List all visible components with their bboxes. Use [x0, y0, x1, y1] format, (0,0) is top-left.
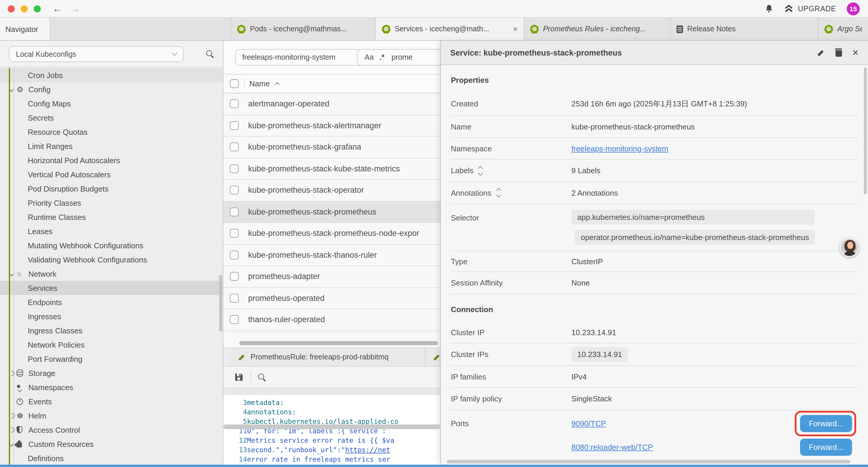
profile-badge[interactable]: 15: [847, 2, 860, 15]
close-icon[interactable]: [852, 47, 859, 58]
sidebar-search-icon[interactable]: [206, 50, 214, 58]
regex-toggle[interactable]: .*: [380, 53, 385, 61]
tree-chevron-icon[interactable]: [8, 427, 17, 433]
sidebar-item[interactable]: Pod Disruption Budgets: [0, 181, 223, 196]
yaml-editor[interactable]: 3 metadata: 4 annotations: 5 kubectl.kub…: [223, 395, 441, 465]
sidebar-item[interactable]: Custom Resources: [0, 437, 223, 451]
sidebar-item[interactable]: Leases: [0, 224, 223, 238]
row-checkbox[interactable]: [230, 229, 239, 238]
tree-chevron-icon[interactable]: [8, 271, 17, 276]
sidebar-item[interactable]: Network: [0, 267, 223, 281]
sidebar-item[interactable]: Secrets: [0, 111, 223, 125]
window-zoom-button[interactable]: [34, 5, 41, 12]
table-row[interactable]: kube-prometheus-stack-grafana: [223, 137, 441, 158]
row-checkbox[interactable]: [230, 315, 239, 324]
sidebar-item[interactable]: Validating Webhook Configurations: [0, 253, 223, 267]
sidebar-item[interactable]: Runtime Classes: [0, 210, 223, 224]
table-row[interactable]: prometheus-adapter: [223, 266, 441, 288]
port-link[interactable]: 9090/TCP: [571, 419, 606, 428]
row-checkbox[interactable]: [230, 272, 239, 281]
sidebar-item[interactable]: Storage: [0, 366, 223, 380]
drawer-vertical-scrollbar[interactable]: [864, 67, 867, 195]
upgrade-button[interactable]: UPGRADE: [784, 4, 836, 13]
sidebar-item[interactable]: Ingresses: [0, 309, 223, 323]
sidebar-item[interactable]: Ingress Classes: [0, 323, 223, 338]
row-checkbox[interactable]: [230, 207, 239, 216]
editor-tab[interactable]: C: [426, 348, 441, 366]
window-close-button[interactable]: [8, 5, 15, 12]
edit-icon[interactable]: [817, 49, 825, 57]
sidebar-item[interactable]: Config: [0, 82, 223, 96]
sidebar-item[interactable]: Resource Quotas: [0, 125, 223, 139]
sidebar-item[interactable]: Cron Jobs: [0, 68, 223, 82]
assistant-avatar[interactable]: [840, 238, 859, 257]
expand-collapse-icon[interactable]: [479, 167, 483, 175]
port-link[interactable]: 8080:reloader-web/TCP: [571, 442, 653, 451]
sidebar-item[interactable]: Endpoints: [0, 295, 223, 309]
row-checkbox[interactable]: [230, 143, 239, 152]
row-checkbox[interactable]: [230, 164, 239, 173]
tree-chevron-icon[interactable]: [8, 86, 17, 92]
notifications-bell-icon[interactable]: [765, 4, 774, 13]
sidebar-item[interactable]: Access Control: [0, 423, 223, 437]
sidebar-item[interactable]: Mutating Webhook Configurations: [0, 238, 223, 253]
table-row[interactable]: prometheus-operated: [223, 288, 441, 309]
forward-button[interactable]: Forward...: [800, 438, 852, 456]
table-horizontal-scrollbar[interactable]: [239, 341, 438, 345]
tab[interactable]: Prometheus Rules - icecheng...: [524, 18, 671, 40]
sidebar-item[interactable]: Config Maps: [0, 96, 223, 111]
sidebar-item[interactable]: Port Forwarding: [0, 352, 223, 366]
editor-tab[interactable]: PrometheusRule: freeleaps-prod-rabbitmq: [230, 348, 426, 366]
table-row[interactable]: kube-prometheus-stack-prometheus: [223, 201, 441, 223]
select-all-checkbox[interactable]: [230, 79, 239, 88]
tab[interactable]: Pods - icecheng@mathmas...: [231, 18, 376, 40]
tab[interactable]: Argo Se: [818, 18, 868, 40]
case-sensitive-toggle[interactable]: Aa: [365, 53, 374, 61]
sidebar-item[interactable]: Events: [0, 394, 223, 408]
sidebar-item[interactable]: Limit Ranges: [0, 139, 223, 153]
code-link[interactable]: https://net: [345, 446, 390, 454]
sidebar-scrollbar[interactable]: [219, 275, 222, 332]
window-minimize-button[interactable]: [21, 5, 28, 12]
sidebar-item[interactable]: Services: [0, 281, 223, 295]
row-checkbox[interactable]: [230, 294, 239, 303]
namespace-selector[interactable]: freeleaps-monitoring-system: [235, 49, 376, 66]
editor-horizontal-scrollbar[interactable]: [223, 425, 441, 429]
filter-input[interactable]: [390, 53, 426, 62]
save-icon[interactable]: [234, 372, 243, 382]
table-row[interactable]: kube-prometheus-stack-prometheus-node-ex…: [223, 223, 441, 244]
forward-button[interactable]: Forward...: [800, 415, 852, 432]
editor-search-icon[interactable]: [258, 373, 266, 381]
table-row[interactable]: kube-prometheus-stack-alertmanager: [223, 115, 441, 137]
delete-icon[interactable]: [835, 49, 842, 57]
sidebar-item[interactable]: Definitions: [0, 451, 223, 465]
tab[interactable]: Release Notes: [671, 18, 818, 40]
tree-chevron-icon[interactable]: [8, 370, 17, 376]
table-row[interactable]: alertmanager-operated: [223, 93, 441, 115]
kubeconfig-selector[interactable]: Local Kubeconfigs: [9, 46, 184, 62]
sidebar-item[interactable]: Helm: [0, 408, 223, 423]
table-row[interactable]: kube-prometheus-stack-thanos-ruler: [223, 244, 441, 266]
row-checkbox[interactable]: [230, 251, 239, 260]
navigator-tab[interactable]: Navigator: [0, 18, 50, 40]
tab-close-icon[interactable]: [513, 24, 518, 34]
sidebar-item[interactable]: Priority Classes: [0, 196, 223, 210]
tab[interactable]: Services - icecheng@math...: [376, 18, 524, 40]
sidebar-item[interactable]: Network Policies: [0, 338, 223, 352]
forward-button[interactable]: →: [70, 4, 80, 13]
row-checkbox[interactable]: [230, 186, 239, 195]
back-button[interactable]: ←: [53, 4, 62, 13]
drawer-horizontal-scrollbar[interactable]: [447, 460, 850, 463]
expand-collapse-icon[interactable]: [497, 188, 500, 197]
sidebar-item[interactable]: Vertical Pod Autoscalers: [0, 167, 223, 181]
tree-chevron-icon[interactable]: [8, 413, 17, 418]
table-row[interactable]: kube-prometheus-stack-operator: [223, 180, 441, 201]
sidebar-item[interactable]: Horizontal Pod Autoscalers: [0, 153, 223, 167]
table-row[interactable]: kube-prometheus-stack-kube-state-metrics: [223, 158, 441, 180]
table-row[interactable]: thanos-ruler-operated: [223, 309, 441, 331]
sidebar-item[interactable]: Namespaces: [0, 380, 223, 394]
row-checkbox[interactable]: [230, 121, 239, 130]
row-checkbox[interactable]: [230, 99, 239, 109]
column-header-name[interactable]: Name: [249, 79, 279, 88]
namespace-link[interactable]: freeleaps-monitoring-system: [571, 144, 668, 153]
